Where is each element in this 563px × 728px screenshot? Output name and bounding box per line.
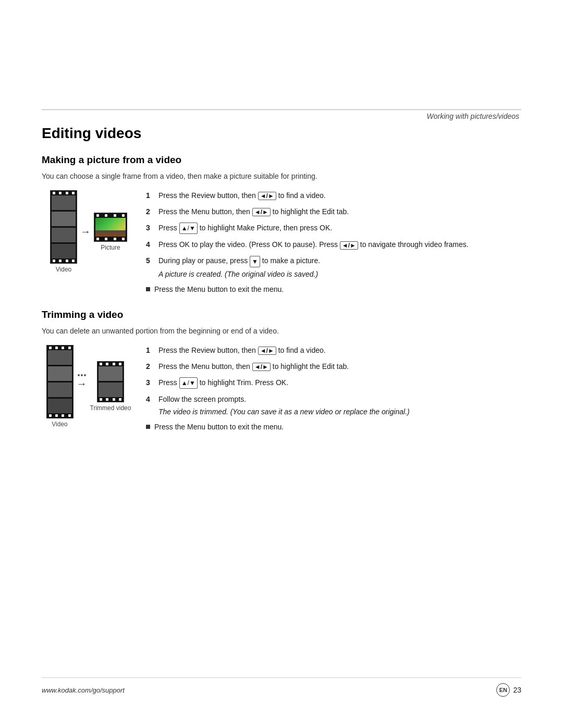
section1-heading: Making a picture from a video xyxy=(42,154,521,166)
lr-arrows-4: ◄/► xyxy=(340,241,358,250)
trim-video-label: Video xyxy=(52,421,67,428)
section2-intro: You can delete an unwanted portion from … xyxy=(42,326,521,337)
footer-page-info: EN 23 xyxy=(496,683,521,697)
ud-arrows-3: ▲/▼ xyxy=(179,223,198,234)
header-rule xyxy=(42,109,521,110)
video-label: Video xyxy=(56,266,71,273)
trim-step-1: 1 Press the Review button, then ◄/► to f… xyxy=(146,345,521,356)
trimmed-video-label: Trimmed video xyxy=(90,404,131,412)
trim-bullet-icon xyxy=(146,425,150,429)
section1-bullet-text: Press the Menu button to exit the menu. xyxy=(154,285,284,293)
section2-bullet: Press the Menu button to exit the menu. xyxy=(146,423,521,431)
section1-body: Video → xyxy=(42,190,521,293)
bullet-icon xyxy=(146,287,150,291)
section1-illustration: Video → xyxy=(50,190,127,273)
lr-arrows-t1: ◄/► xyxy=(258,347,276,355)
ud-arrows-t3: ▲/▼ xyxy=(179,377,198,389)
section1-intro: You can choose a single frame from a vid… xyxy=(42,171,521,182)
section2-bullet-text: Press the Menu button to exit the menu. xyxy=(154,423,284,431)
trim-arrow-icon: → xyxy=(77,378,87,390)
lang-badge: EN xyxy=(496,683,510,697)
lr-arrows-2: ◄/► xyxy=(252,208,271,216)
trim-step-3: 3 Press ▲/▼ to highlight Trim. Press OK. xyxy=(146,377,521,389)
step5-italic: A picture is created. (The original vide… xyxy=(158,269,521,280)
step-2: 2 Press the Menu button, then ◄/► to hig… xyxy=(146,206,521,217)
step-4: 4 Press OK to play the video. (Press OK … xyxy=(146,239,521,250)
video-filmstrip xyxy=(50,190,77,264)
trim-step-4: 4 Follow the screen prompts. The video i… xyxy=(146,394,521,417)
step-5: 5 During play or pause, press ▼ to make … xyxy=(146,255,521,279)
trim-step-2: 2 Press the Menu button, then ◄/► to hig… xyxy=(146,361,521,372)
section2-illustration: Video → xyxy=(46,345,131,428)
down-arrow-5: ▼ xyxy=(250,256,260,267)
step-1: 1 Press the Review button, then ◄/► to f… xyxy=(146,190,521,201)
lr-arrows-1: ◄/► xyxy=(258,192,276,200)
section1-bullet: Press the Menu button to exit the menu. xyxy=(146,285,521,293)
picture-filmstrip xyxy=(94,213,127,242)
page-title: Editing videos xyxy=(42,125,521,142)
picture-label: Picture xyxy=(101,244,120,251)
section2-steps: 1 Press the Review button, then ◄/► to f… xyxy=(146,345,521,432)
section1-steps: 1 Press the Review button, then ◄/► to f… xyxy=(146,190,521,293)
step-3: 3 Press ▲/▼ to highlight Make Picture, t… xyxy=(146,223,521,234)
footer-url: www.kodak.com/go/support xyxy=(42,686,125,694)
section-header-title: Working with pictures/videos xyxy=(42,112,521,120)
section2-body: Video → xyxy=(42,345,521,432)
section1-image: Video → xyxy=(42,190,136,293)
trim-step4-italic: The video is trimmed. (You can save it a… xyxy=(158,406,521,417)
page-number: 23 xyxy=(513,686,521,694)
footer: www.kodak.com/go/support EN 23 xyxy=(42,677,521,697)
section2-heading: Trimming a video xyxy=(42,309,521,320)
lr-arrows-t2: ◄/► xyxy=(252,363,271,371)
trimmed-video-filmstrip xyxy=(97,361,124,402)
section2-image: Video → xyxy=(42,345,136,432)
trim-video-filmstrip xyxy=(46,345,74,418)
arrow-right-icon: → xyxy=(80,226,91,238)
